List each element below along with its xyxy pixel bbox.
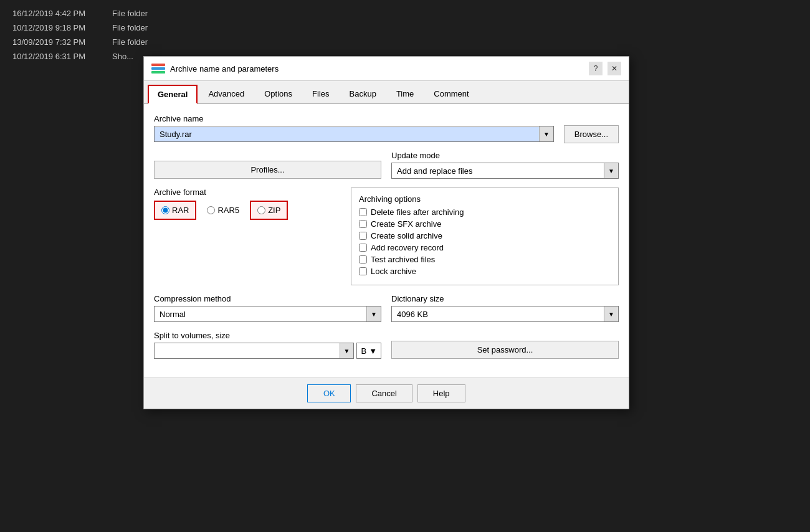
checkbox-test-label: Test archived files: [371, 255, 435, 264]
update-mode-value: Add and replace files: [392, 164, 604, 178]
bg-row-1: 16/12/2019 4:42 PM File folder: [12, 6, 798, 21]
dialog-footer: OK Cancel Help: [144, 378, 629, 409]
checkbox-recovery-label: Add recovery record: [371, 243, 444, 252]
profiles-button[interactable]: Profiles...: [154, 161, 381, 179]
archive-name-dropdown[interactable]: Study.rar ▼: [154, 126, 554, 142]
checkbox-test-input[interactable]: [359, 255, 367, 264]
split-password-row: Split to volumes, size ▼ B ▼ Set passwor…: [154, 331, 619, 359]
archive-format-label: Archive format: [154, 188, 341, 197]
archive-name-arrow[interactable]: ▼: [539, 126, 553, 141]
checkbox-delete-files-label: Delete files after archiving: [371, 207, 464, 217]
checkbox-recovery[interactable]: Add recovery record: [359, 243, 611, 252]
checkbox-solid-input[interactable]: [359, 232, 367, 240]
dialog: Archive name and parameters ? ✕ General …: [143, 56, 629, 409]
radio-zip-input[interactable]: [257, 206, 265, 214]
checkbox-solid-label: Create solid archive: [371, 231, 442, 240]
checkbox-lock-label: Lock archive: [371, 267, 416, 276]
app-icon: [151, 64, 165, 74]
radio-rar5-input[interactable]: [207, 206, 215, 214]
compression-value: Normal: [155, 307, 366, 321]
bg-row-2: 10/12/2019 9:18 PM File folder: [12, 21, 798, 35]
checkbox-recovery-input[interactable]: [359, 244, 367, 252]
dictionary-dropdown[interactable]: 4096 KB ▼: [391, 306, 619, 322]
dialog-title-buttons: ? ✕: [589, 62, 621, 75]
help-button[interactable]: ?: [589, 62, 603, 75]
ok-button[interactable]: OK: [307, 384, 351, 402]
split-input-field[interactable]: ▼: [154, 343, 354, 359]
radio-zip-label: ZIP: [268, 206, 280, 215]
split-unit-arrow: ▼: [369, 346, 377, 356]
radio-rar[interactable]: RAR: [154, 201, 196, 220]
split-volumes-label: Split to volumes, size: [154, 331, 381, 340]
update-mode-section: Update mode Add and replace files ▼: [391, 151, 619, 179]
checkbox-test[interactable]: Test archived files: [359, 255, 611, 264]
profiles-update-row: Profiles... Update mode Add and replace …: [154, 151, 619, 179]
dictionary-arrow[interactable]: ▼: [604, 306, 618, 321]
close-button[interactable]: ✕: [608, 62, 621, 75]
browse-button[interactable]: Browse...: [564, 125, 619, 143]
tab-backup[interactable]: Backup: [340, 85, 386, 103]
dictionary-section: Dictionary size 4096 KB ▼: [391, 294, 619, 322]
compress-dict-row: Compression method Normal ▼ Dictionary s…: [154, 294, 619, 322]
dialog-title: Archive name and parameters: [170, 64, 279, 74]
split-dropdown-arrow[interactable]: ▼: [340, 343, 354, 358]
update-mode-arrow[interactable]: ▼: [604, 163, 618, 178]
help-footer-button[interactable]: Help: [417, 384, 465, 402]
tab-files[interactable]: Files: [303, 85, 338, 103]
dictionary-size-label: Dictionary size: [391, 294, 619, 303]
split-unit-selector[interactable]: B ▼: [356, 343, 381, 359]
radio-zip[interactable]: ZIP: [250, 201, 288, 220]
format-radios: RAR RAR5 ZIP: [154, 201, 341, 220]
tab-bar: General Advanced Options Files Backup Ti…: [144, 81, 629, 104]
split-inputs: ▼ B ▼: [154, 343, 381, 359]
compression-arrow[interactable]: ▼: [366, 306, 381, 321]
compression-section: Compression method Normal ▼: [154, 294, 381, 322]
checkbox-sfx[interactable]: Create SFX archive: [359, 219, 611, 229]
dialog-titlebar: Archive name and parameters ? ✕: [144, 57, 629, 81]
archive-name-value: Study.rar: [155, 127, 539, 141]
checkbox-lock[interactable]: Lock archive: [359, 267, 611, 276]
format-options-row: Archive format RAR RAR5 ZIP: [154, 188, 619, 285]
compression-method-label: Compression method: [154, 294, 381, 303]
split-value: [155, 348, 340, 353]
tab-advanced[interactable]: Advanced: [199, 85, 254, 103]
password-section: Set password...: [391, 341, 619, 359]
compression-dropdown[interactable]: Normal ▼: [154, 306, 381, 322]
checkbox-delete-files[interactable]: Delete files after archiving: [359, 207, 611, 217]
archive-name-label: Archive name: [154, 114, 554, 123]
archiving-options-label: Archiving options: [359, 194, 611, 204]
dictionary-value: 4096 KB: [392, 307, 604, 321]
checkbox-lock-input[interactable]: [359, 267, 367, 275]
split-unit-value: B: [361, 346, 366, 356]
checkbox-sfx-input[interactable]: [359, 220, 367, 228]
tab-general[interactable]: General: [148, 85, 198, 104]
dialog-title-left: Archive name and parameters: [151, 64, 279, 74]
archive-format-section: Archive format RAR RAR5 ZIP: [154, 188, 341, 285]
radio-rar5-label: RAR5: [217, 206, 239, 215]
set-password-button[interactable]: Set password...: [391, 341, 619, 359]
archive-name-section: Archive name Study.rar ▼: [154, 114, 554, 142]
split-section: Split to volumes, size ▼ B ▼: [154, 331, 381, 359]
update-mode-label: Update mode: [391, 151, 619, 160]
bg-row-3: 13/09/2019 7:32 PM File folder: [12, 35, 798, 49]
dialog-content: Archive name Study.rar ▼ Browse... Profi…: [144, 104, 629, 378]
cancel-button[interactable]: Cancel: [356, 384, 412, 402]
tab-comment[interactable]: Comment: [424, 85, 478, 103]
profiles-section: Profiles...: [154, 161, 381, 179]
radio-rar-input[interactable]: [161, 206, 169, 214]
archiving-options-section: Archiving options Delete files after arc…: [351, 188, 619, 285]
update-mode-dropdown[interactable]: Add and replace files ▼: [391, 163, 619, 179]
tab-time[interactable]: Time: [387, 85, 423, 103]
checkbox-delete-files-input[interactable]: [359, 208, 367, 216]
checkbox-sfx-label: Create SFX archive: [371, 219, 441, 229]
checkbox-solid[interactable]: Create solid archive: [359, 231, 611, 240]
radio-rar-label: RAR: [172, 206, 189, 215]
archive-name-row: Archive name Study.rar ▼ Browse...: [154, 114, 619, 143]
tab-options[interactable]: Options: [255, 85, 302, 103]
radio-rar5[interactable]: RAR5: [200, 201, 246, 219]
